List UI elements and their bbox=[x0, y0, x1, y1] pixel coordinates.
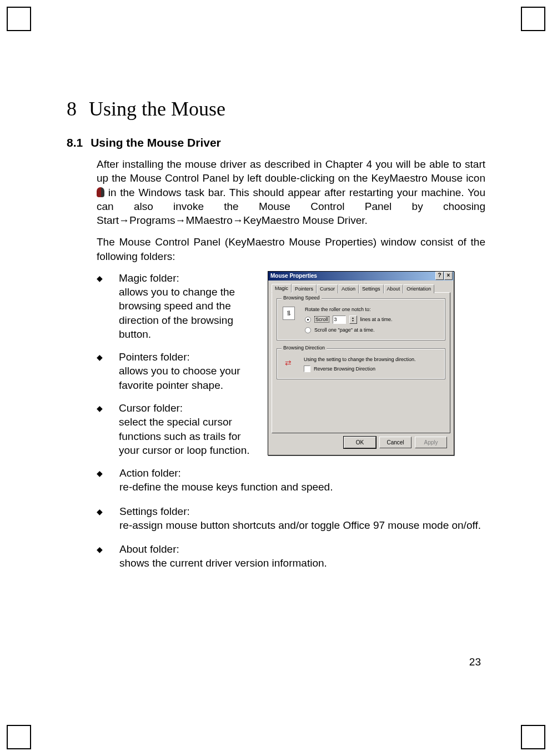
dialog-titlebar: Mouse Properties ? × bbox=[268, 272, 454, 281]
group-legend: Browsing Speed bbox=[282, 295, 322, 301]
tab-pane: Browsing Speed ⥮ Rotate the roller one n… bbox=[272, 292, 450, 433]
reverse-direction-checkbox[interactable] bbox=[304, 366, 310, 372]
section-heading: 8.1Using the Mouse Driver bbox=[67, 136, 485, 149]
bullet-icon: ◆ bbox=[97, 504, 103, 519]
list-item: ◆ Magic folder:allows you to change the … bbox=[97, 271, 258, 341]
group-legend: Browsing Direction bbox=[282, 345, 327, 351]
crop-mark-br bbox=[521, 725, 545, 749]
help-button[interactable]: ? bbox=[435, 272, 444, 280]
bullet-desc: allows you to change the browsing speed … bbox=[119, 286, 235, 340]
crop-mark-tr bbox=[521, 7, 545, 31]
bullet-icon: ◆ bbox=[97, 401, 102, 416]
reverse-direction-label: Reverse Browsing Direction bbox=[314, 366, 375, 372]
crop-mark-tl bbox=[7, 7, 31, 31]
direction-arrows-icon: ⇄ bbox=[283, 357, 294, 369]
bullet-title: Cursor folder: bbox=[119, 401, 258, 415]
crop-mark-bl bbox=[7, 725, 31, 749]
tab-strip: Magic Pointers Cursor Action Settings Ab… bbox=[272, 284, 450, 293]
browsing-speed-group: Browsing Speed ⥮ Rotate the roller one n… bbox=[277, 298, 445, 341]
bullet-icon: ◆ bbox=[97, 350, 102, 365]
chapter-heading: 8Using the Mouse bbox=[67, 97, 485, 121]
paragraph-1: After installing the mouse driver as des… bbox=[97, 157, 485, 227]
tab-action[interactable]: Action bbox=[338, 284, 359, 293]
dialog-title: Mouse Properties bbox=[270, 273, 317, 279]
browsing-direction-group: Browsing Direction ⇄ Using the setting t… bbox=[277, 348, 445, 379]
bullet-title: Magic folder: bbox=[119, 271, 258, 285]
keymaestro-mouse-icon bbox=[97, 187, 104, 197]
radio-scroll-label: Scroll bbox=[314, 316, 329, 323]
section-title-text: Using the Mouse Driver bbox=[91, 136, 221, 149]
lines-suffix: lines at a time. bbox=[360, 317, 393, 322]
radio-page[interactable] bbox=[305, 327, 311, 333]
bullet-desc: re-define the mouse keys function and sp… bbox=[119, 481, 333, 493]
paragraph-1a: After installing the mouse driver as des… bbox=[97, 158, 485, 184]
bullet-title: Pointers folder: bbox=[119, 350, 258, 364]
chapter-number: 8 bbox=[67, 97, 77, 121]
lines-spinner[interactable]: ▲▼ bbox=[349, 316, 357, 324]
list-item: ◆ Settings folder:re-assign mouse button… bbox=[97, 504, 485, 533]
bullet-desc: allows you to choose your favorite point… bbox=[119, 365, 240, 390]
bullet-desc: re-assign mouse button shortcuts and/or … bbox=[119, 519, 481, 531]
bullet-title: About folder: bbox=[119, 542, 327, 556]
bullet-desc: shows the current driver version informa… bbox=[119, 557, 327, 569]
tab-pointers[interactable]: Pointers bbox=[292, 284, 317, 293]
list-item: ◆ Pointers folder:allows you to choose y… bbox=[97, 350, 258, 392]
bullet-desc: select the special cursor functions such… bbox=[119, 416, 250, 456]
bullet-icon: ◆ bbox=[97, 466, 103, 481]
ok-button[interactable]: OK bbox=[344, 437, 376, 448]
section-number: 8.1 bbox=[67, 136, 83, 149]
page-number: 23 bbox=[469, 656, 481, 668]
list-item: ◆ About folder:shows the current driver … bbox=[97, 542, 485, 570]
cancel-button[interactable]: Cancel bbox=[379, 437, 412, 448]
tab-orientation[interactable]: Orientation bbox=[403, 284, 434, 293]
list-item: ◆ Cursor folder:select the special curso… bbox=[97, 401, 258, 457]
paragraph-2: The Mouse Control Panel (KeyMaestro Mous… bbox=[97, 235, 485, 263]
tab-cursor[interactable]: Cursor bbox=[317, 284, 338, 293]
tab-magic[interactable]: Magic bbox=[272, 284, 292, 293]
bullet-icon: ◆ bbox=[97, 542, 103, 557]
chapter-title-text: Using the Mouse bbox=[89, 98, 225, 120]
list-item: ◆ Action folder:re-define the mouse keys… bbox=[97, 466, 485, 494]
dialog-button-row: OK Cancel Apply bbox=[272, 433, 450, 452]
tab-about[interactable]: About bbox=[384, 284, 404, 293]
close-button[interactable]: × bbox=[444, 272, 453, 280]
radio-scroll[interactable] bbox=[305, 317, 311, 323]
radio-page-label: Scroll one "page" at a time. bbox=[314, 327, 374, 333]
speed-label: Rotate the roller one notch to: bbox=[305, 307, 439, 312]
bullet-title: Settings folder: bbox=[119, 504, 481, 518]
apply-button[interactable]: Apply bbox=[415, 437, 447, 448]
bullet-title: Action folder: bbox=[119, 466, 333, 480]
tab-settings[interactable]: Settings bbox=[359, 284, 384, 293]
scroll-wheel-icon: ⥮ bbox=[283, 307, 295, 320]
paragraph-1b: in the Windows task bar. This should app… bbox=[97, 187, 485, 227]
direction-label: Using the setting to change the browsing… bbox=[304, 357, 439, 362]
mouse-properties-dialog: Mouse Properties ? × Magic Pointers Curs… bbox=[268, 271, 454, 455]
lines-input[interactable]: 3 bbox=[333, 316, 346, 324]
bullet-icon: ◆ bbox=[97, 271, 102, 286]
